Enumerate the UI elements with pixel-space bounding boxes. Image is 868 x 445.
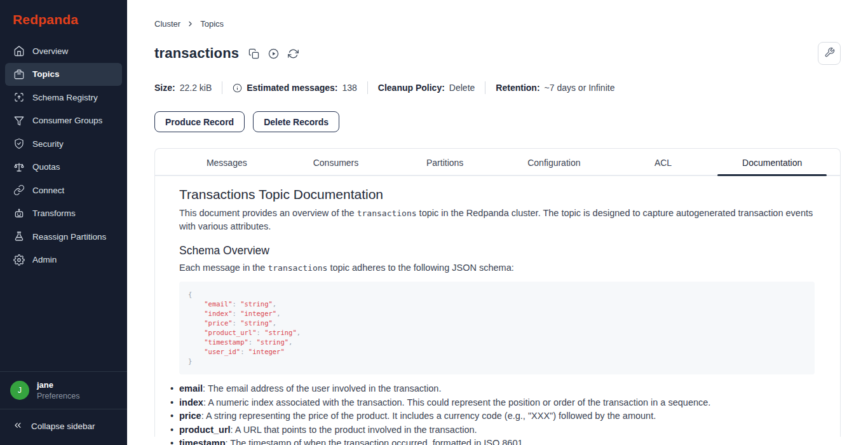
topic-actions: Produce Record Delete Records	[154, 111, 841, 132]
stat-value: ~7 days or Infinite	[545, 83, 615, 93]
inline-code: transactions	[357, 209, 417, 218]
stat-cleanup-policy: Cleanup Policy:Delete	[378, 83, 475, 93]
topic-stats: Size:22.2 kiBEstimated messages:138Clean…	[154, 81, 841, 94]
breadcrumb: Cluster Topics	[154, 19, 841, 29]
tab-documentation[interactable]: Documentation	[717, 149, 827, 175]
sidebar-item-connect[interactable]: Connect	[5, 179, 122, 202]
flask-icon	[13, 231, 25, 242]
scale-icon	[13, 161, 25, 173]
stat-label: Size:	[154, 83, 175, 93]
sidebar-item-topics[interactable]: Topics	[5, 63, 122, 86]
breadcrumb-cluster[interactable]: Cluster	[154, 19, 180, 29]
page-title: transactions	[154, 45, 239, 62]
title-row: transactions	[154, 42, 841, 65]
sidebar-item-label: Transforms	[32, 209, 76, 218]
topic-tabs: MessagesConsumersPartitionsConfiguration…	[155, 149, 840, 176]
schema-intro: Each message in the transactions topic a…	[179, 261, 815, 275]
sidebar-item-label: Admin	[32, 255, 57, 264]
tab-configuration[interactable]: Configuration	[499, 149, 609, 175]
sidebar-bottom: J jane Preferences Collapse sidebar	[0, 371, 127, 445]
sidebar-item-reassign-partitions[interactable]: Reassign Partitions	[5, 225, 122, 249]
link-icon	[13, 184, 25, 196]
sidebar-item-label: Topics	[32, 69, 60, 79]
stat-label: Cleanup Policy:	[378, 83, 445, 93]
field-item-product-url: product_url: A URL that points to the pr…	[179, 423, 815, 437]
field-item-email: email: The email address of the user inv…	[179, 382, 815, 396]
shield-icon	[13, 138, 25, 149]
tab-partitions[interactable]: Partitions	[390, 149, 499, 175]
inline-code: transactions	[268, 263, 327, 273]
sidebar-item-label: Security	[32, 139, 64, 149]
sidebar-item-label: Connect	[32, 186, 64, 195]
field-term: price	[179, 411, 201, 421]
tab-acl[interactable]: ACL	[609, 149, 718, 175]
sidebar-item-admin[interactable]: Admin	[5, 249, 122, 272]
field-term: index	[179, 397, 203, 407]
sidebar-item-consumer-groups[interactable]: Consumer Groups	[5, 109, 122, 133]
field-item-index: index: A numeric index associated with t…	[179, 396, 815, 410]
schema-overview-heading: Schema Overview	[179, 244, 815, 257]
sidebar-item-label: Reassign Partitions	[32, 232, 106, 242]
scan-icon	[13, 92, 25, 103]
avatar: J	[10, 381, 29, 400]
stat-divider	[485, 81, 485, 94]
sidebar-item-label: Schema Registry	[32, 93, 98, 102]
doc-intro: This document provides an overview of th…	[179, 207, 815, 233]
stat-label: Retention:	[496, 83, 539, 93]
stat-value: 22.2 kiB	[180, 83, 212, 93]
stat-divider	[367, 81, 368, 94]
field-item-timestamp: timestamp: The timestamp of when the tra…	[179, 437, 815, 445]
topic-detail-card: MessagesConsumersPartitionsConfiguration…	[154, 148, 841, 437]
stat-size: Size:22.2 kiB	[154, 83, 212, 93]
main-content: Cluster Topics transactions Size:22.2 ki…	[127, 0, 868, 445]
field-term: product_url	[179, 425, 231, 435]
stat-value: 138	[342, 83, 356, 93]
tab-consumers[interactable]: Consumers	[281, 149, 391, 175]
sidebar-item-label: Overview	[32, 46, 68, 56]
documentation-panel: Transactions Topic Documentation This do…	[155, 176, 840, 445]
redpanda-logo[interactable]: Redpanda	[0, 0, 127, 27]
tools-button[interactable]	[818, 42, 841, 65]
sidebar-item-quotas[interactable]: Quotas	[5, 156, 122, 179]
sidebar-item-label: Quotas	[32, 162, 60, 172]
delete-records-button[interactable]: Delete Records	[253, 111, 339, 132]
info-icon	[233, 83, 242, 93]
sidebar-nav: OverviewTopicsSchema RegistryConsumer Gr…	[0, 27, 127, 371]
field-descriptions-list: email: The email address of the user inv…	[179, 382, 815, 445]
sidebar-item-label: Consumer Groups	[32, 116, 102, 125]
user-menu[interactable]: J jane Preferences	[0, 372, 127, 409]
chevron-right-icon	[186, 20, 194, 28]
user-name: jane	[37, 380, 79, 390]
doc-title: Transactions Topic Documentation	[179, 187, 815, 202]
field-term: email	[179, 383, 203, 394]
robot-icon	[13, 208, 25, 219]
field-item-price: price: A string representing the price o…	[179, 409, 815, 423]
sidebar-item-overview[interactable]: Overview	[5, 39, 122, 63]
user-preferences-link[interactable]: Preferences	[37, 392, 79, 400]
stat-label: Estimated messages:	[247, 83, 337, 93]
sidebar-item-schema-registry[interactable]: Schema Registry	[5, 86, 122, 109]
home-icon	[13, 45, 25, 57]
collapse-sidebar-label: Collapse sidebar	[31, 421, 95, 431]
stat-divider	[222, 81, 222, 94]
produce-record-button[interactable]: Produce Record	[154, 111, 245, 132]
copy-topic-name-button[interactable]	[248, 48, 259, 59]
stat-value: Delete	[449, 83, 475, 93]
sidebar-item-transforms[interactable]: Transforms	[5, 202, 122, 226]
tab-messages[interactable]: Messages	[172, 149, 281, 175]
play-circle-icon[interactable]	[268, 48, 279, 59]
refresh-icon[interactable]	[288, 48, 299, 59]
filter-icon	[13, 115, 25, 127]
field-term: timestamp	[179, 438, 226, 445]
box-icon	[13, 69, 25, 80]
chevrons-left-icon	[13, 420, 23, 432]
stat-estimated-messages: Estimated messages:138	[233, 83, 357, 93]
gear-icon	[13, 254, 25, 266]
collapse-sidebar-button[interactable]: Collapse sidebar	[0, 409, 127, 445]
sidebar-item-security[interactable]: Security	[5, 132, 122, 156]
stat-retention: Retention:~7 days or Infinite	[496, 83, 614, 93]
sidebar: Redpanda OverviewTopicsSchema RegistryCo…	[0, 0, 127, 445]
json-schema-code-block: { "email": "string", "index": "integer",…	[179, 282, 815, 374]
wrench-icon	[824, 47, 835, 60]
breadcrumb-topics[interactable]: Topics	[200, 19, 224, 29]
